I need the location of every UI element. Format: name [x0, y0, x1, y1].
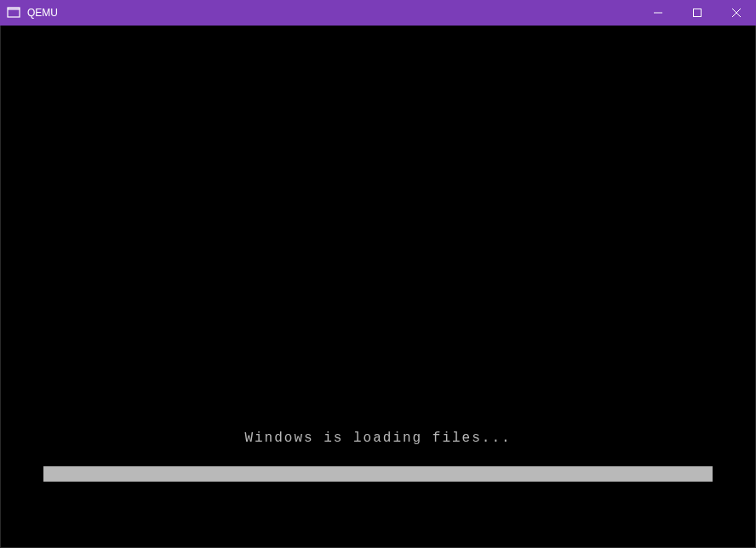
- loading-message: Windows is loading files...: [1, 431, 755, 446]
- window-titlebar[interactable]: QEMU: [0, 0, 756, 26]
- progress-bar: [43, 466, 713, 482]
- progress-bar-fill: [43, 466, 713, 482]
- window-title: QEMU: [27, 7, 58, 19]
- svg-rect-1: [8, 8, 20, 10]
- minimize-button[interactable]: [639, 0, 678, 26]
- maximize-button[interactable]: [678, 0, 717, 26]
- app-icon: [7, 6, 20, 20]
- titlebar-left: QEMU: [0, 6, 58, 20]
- vm-display: Windows is loading files...: [0, 26, 756, 548]
- svg-rect-3: [694, 9, 702, 17]
- window-controls: [639, 0, 756, 26]
- close-button[interactable]: [717, 0, 756, 26]
